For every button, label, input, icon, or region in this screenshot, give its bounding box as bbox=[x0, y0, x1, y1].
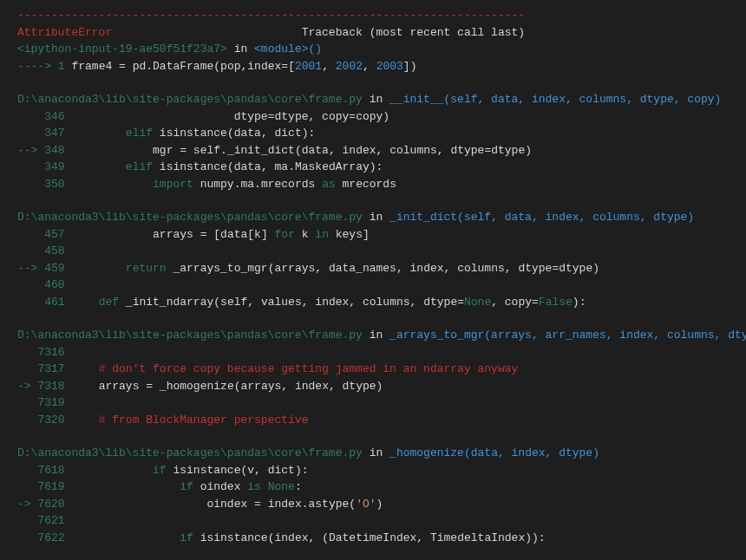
t: data bbox=[220, 228, 247, 241]
l7320: 7320 # from BlockManager perspective bbox=[17, 412, 729, 429]
parens: () bbox=[308, 42, 322, 55]
t: , bbox=[444, 262, 458, 275]
t: data bbox=[234, 160, 261, 173]
t: mrecords bbox=[261, 178, 322, 191]
comment: # don't force copy because getting jamme… bbox=[71, 362, 518, 375]
code-line-1: ----> 1 frame4 = pd.DataFrame(pop,index=… bbox=[17, 58, 729, 75]
t: arrays bbox=[71, 228, 200, 241]
t: index bbox=[247, 60, 281, 73]
t: ): bbox=[370, 160, 383, 173]
l457: 457 arrays = [data[k] for k in keys] bbox=[17, 226, 729, 244]
t: in bbox=[315, 228, 335, 241]
lineno: 350 bbox=[17, 178, 71, 191]
t: isinstance bbox=[153, 127, 227, 140]
spacer bbox=[112, 26, 301, 39]
t: in bbox=[363, 93, 389, 106]
t: ) bbox=[525, 144, 532, 157]
traceback-container: ----------------------------------------… bbox=[0, 0, 746, 553]
t: , copy bbox=[309, 110, 350, 123]
t: _homogenize bbox=[153, 380, 234, 393]
t: k bbox=[302, 228, 316, 241]
t: . bbox=[146, 60, 153, 73]
lineno: -> 7620 bbox=[17, 498, 71, 511]
t: = bbox=[349, 110, 356, 123]
t: , bbox=[261, 160, 275, 173]
t: index bbox=[295, 380, 329, 393]
t: index bbox=[315, 296, 349, 309]
t: ( bbox=[268, 531, 275, 544]
traceback-dashes: ----------------------------------------… bbox=[17, 7, 729, 24]
sig: (self, data, index, columns, dtype) bbox=[457, 211, 694, 224]
path: D:\anaconda3\lib\site-packages\pandas\co… bbox=[17, 446, 363, 459]
t: , bbox=[329, 380, 343, 393]
lineno: 347 bbox=[17, 127, 71, 140]
t: self bbox=[186, 144, 220, 157]
t: data bbox=[234, 127, 261, 140]
lineno: 7618 bbox=[17, 464, 71, 477]
lineno: 349 bbox=[17, 160, 71, 173]
l349: 349 elif isinstance(data, ma.MaskedArray… bbox=[17, 159, 729, 176]
t: ( bbox=[295, 144, 302, 157]
traceback-label: Traceback (most recent call last) bbox=[302, 26, 525, 39]
t: . bbox=[288, 160, 295, 173]
l348: --> 348 mgr = self._init_dict(data, inde… bbox=[17, 142, 729, 160]
l350: 350 import numpy.ma.mrecords as mrecords bbox=[17, 176, 729, 193]
t: oindex bbox=[71, 498, 254, 511]
t: [ bbox=[247, 228, 254, 241]
path: D:\anaconda3\lib\site-packages\pandas\co… bbox=[17, 93, 363, 106]
t: dtype bbox=[559, 262, 592, 275]
t: [ bbox=[206, 228, 220, 241]
t: = bbox=[532, 296, 539, 309]
t: in bbox=[363, 446, 389, 459]
t: dict bbox=[268, 464, 295, 477]
frame1-header: D:\anaconda3\lib\site-packages\pandas\co… bbox=[17, 91, 729, 108]
t: = bbox=[254, 498, 261, 511]
t: index bbox=[261, 498, 302, 511]
t: dtype bbox=[450, 144, 484, 157]
t: dtype bbox=[423, 296, 457, 309]
t: = bbox=[146, 380, 153, 393]
t: ( bbox=[213, 60, 220, 73]
l7618: 7618 if isinstance(v, dict): bbox=[17, 462, 729, 479]
t: oindex bbox=[193, 480, 247, 493]
t: ma bbox=[275, 160, 289, 173]
t: if bbox=[71, 531, 193, 544]
dashes: ----------------------------------------… bbox=[17, 9, 525, 22]
t: astype bbox=[309, 498, 350, 511]
t: , bbox=[281, 380, 295, 393]
t: columns bbox=[457, 262, 505, 275]
module-tag: <module> bbox=[254, 42, 308, 55]
t: ]) bbox=[403, 60, 417, 73]
t: False bbox=[539, 296, 573, 309]
t: . bbox=[302, 498, 309, 511]
lineno: 7621 bbox=[17, 514, 71, 527]
lineno: 7622 bbox=[17, 531, 71, 544]
l458: 458 bbox=[17, 243, 729, 260]
t: isinstance bbox=[153, 160, 227, 173]
lineno: 461 bbox=[17, 296, 71, 309]
t: ( bbox=[349, 498, 356, 511]
t: ) bbox=[376, 380, 383, 393]
lineno: 346 bbox=[17, 110, 71, 123]
t: = bbox=[281, 60, 288, 73]
t: = bbox=[119, 60, 126, 73]
t: elif bbox=[71, 160, 153, 173]
input-ref: <ipython-input-19-ae50f51f23a7> bbox=[17, 42, 227, 55]
t: ) bbox=[383, 110, 389, 123]
t: index bbox=[410, 262, 444, 275]
t: , bbox=[309, 531, 323, 544]
t: 2001 bbox=[295, 60, 322, 73]
l7316: 7316 bbox=[17, 344, 729, 361]
t: , bbox=[315, 262, 329, 275]
t: , bbox=[322, 60, 329, 73]
t: _init_dict bbox=[227, 144, 295, 157]
comment: # from BlockManager perspective bbox=[71, 413, 308, 427]
frame3-header: D:\anaconda3\lib\site-packages\pandas\co… bbox=[17, 327, 729, 344]
t: k bbox=[254, 228, 261, 241]
t: , bbox=[349, 296, 363, 309]
t: . bbox=[220, 144, 227, 157]
t: None bbox=[464, 296, 491, 309]
t: , bbox=[376, 144, 390, 157]
arrow: ----> 1 bbox=[17, 60, 71, 73]
t: )): bbox=[525, 531, 545, 544]
